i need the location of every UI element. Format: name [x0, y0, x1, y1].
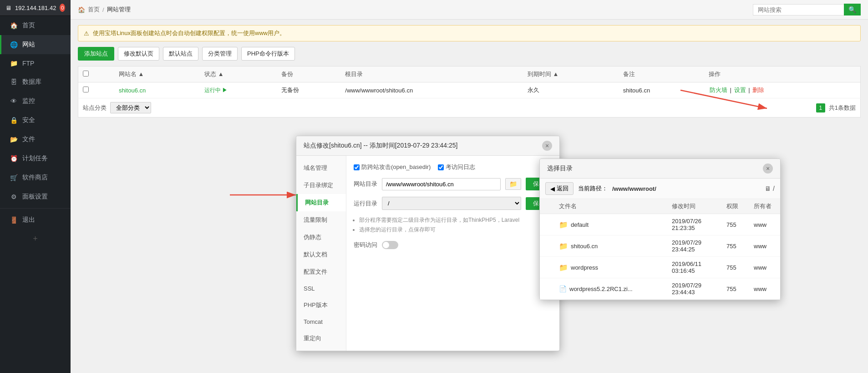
basedir-checkbox[interactable] [354, 164, 360, 170]
log-checkbox-label[interactable]: 考访问日志 [438, 163, 475, 171]
dir-row-name[interactable]: 📁default [553, 214, 666, 235]
dir-col-modified: 修改时间 [666, 199, 721, 214]
breadcrumb-home[interactable]: 首页 [88, 5, 100, 14]
action-firewall[interactable]: 防火墙 [710, 87, 727, 93]
row-expire: 永久 [528, 87, 539, 93]
row-checkbox[interactable] [83, 87, 89, 92]
checkboxes-row: 防跨站攻击(open_basedir) 考访问日志 [354, 163, 552, 171]
search-button[interactable]: 🔍 [844, 4, 861, 15]
sidebar-item-panel[interactable]: ⚙ 面板设置 [0, 187, 71, 206]
row-remark: shitou6.cn [623, 87, 650, 94]
category-mgmt-button[interactable]: 分类管理 [202, 47, 238, 61]
sidebar-item-security-label: 安全 [22, 116, 35, 124]
nav-php[interactable]: PHP版本 [296, 296, 346, 314]
dir-table-row[interactable]: 📁wordpress 2019/06/11 03:16:45 755 www [540, 257, 780, 278]
dir-row-modified: 2019/07/29 23:44:25 [666, 235, 721, 257]
breadcrumb: 🏠 首页 / 网站管理 [78, 5, 131, 14]
table-footer: 站点分类 全部分类 1 共1条数据 [78, 98, 861, 118]
sidebar-item-database[interactable]: 🗄 数据库 [0, 72, 71, 92]
add-site-button[interactable]: 添加站点 [78, 47, 114, 61]
website-icon: 🌐 [10, 41, 18, 48]
sidebar-item-logout[interactable]: 🚪 退出 [0, 210, 71, 230]
sidebar-item-softshop[interactable]: 🛒 软件商店 [0, 168, 71, 187]
nav-domain[interactable]: 域名管理 [296, 159, 346, 177]
default-site-button[interactable]: 默认站点 [163, 47, 198, 61]
row-rootdir: /www/wwwroot/shitou6.cn [345, 87, 413, 94]
dir-row-name[interactable]: 📁wordpress [553, 257, 666, 278]
sidebar-item-files[interactable]: 📂 文件 [0, 130, 71, 149]
modal-site-edit-body: 域名管理 子目录绑定 网站目录 流量限制 伪静态 默认文档 配置文件 SSL P… [296, 156, 559, 351]
password-toggle[interactable] [382, 241, 398, 249]
sidebar-item-website-label: 网站 [22, 41, 35, 49]
modify-defaults-button[interactable]: 修改默认页 [118, 47, 159, 61]
dir-col-filename: 文件名 [553, 199, 666, 214]
col-actions: 操作 [704, 66, 861, 82]
dir-row-name[interactable]: 📁shitou6.cn [553, 235, 666, 257]
category-select[interactable]: 全部分类 [110, 102, 151, 113]
row-sitename[interactable]: shitou6.cn [119, 87, 146, 94]
col-status[interactable]: 状态 ▲ [200, 66, 277, 82]
sidebar-item-cron[interactable]: ⏰ 计划任务 [0, 149, 71, 168]
sidebar-item-home-label: 首页 [22, 21, 35, 30]
dir-table-row[interactable]: 📄wordpress5.2.2RC1.zi... 2019/07/29 23:4… [540, 278, 780, 300]
modal-dir-title: 选择目录 [547, 164, 573, 173]
home-icon: 🏠 [10, 22, 18, 29]
col-sitename[interactable]: 网站名 ▲ [114, 66, 200, 82]
nav-static[interactable]: 伪静态 [296, 229, 346, 246]
sidebar-item-database-label: 数据库 [22, 78, 41, 86]
rundir-label: 运行目录 [354, 199, 377, 208]
log-checkbox[interactable] [438, 164, 444, 170]
sitedir-folder-button[interactable]: 📁 [505, 178, 521, 190]
sidebar-divider [0, 208, 71, 209]
dir-row-owner: www [748, 278, 780, 300]
sidebar-item-ftp[interactable]: 📁 FTP [0, 54, 71, 72]
nav-default-doc[interactable]: 默认文档 [296, 246, 346, 263]
dir-row-check [540, 235, 553, 257]
action-delete[interactable]: 删除 [752, 87, 764, 93]
sidebar-item-website[interactable]: 🌐 网站 [0, 35, 71, 54]
nav-ssl[interactable]: SSL [296, 281, 346, 296]
sidebar-add-button[interactable]: + [0, 230, 71, 248]
modal-dir-close[interactable]: × [763, 164, 773, 174]
action-settings[interactable]: 设置 [734, 87, 746, 93]
dir-table-row[interactable]: 📁default 2019/07/26 21:23:35 755 www [540, 214, 780, 235]
sidebar-item-home[interactable]: 🏠 首页 [0, 16, 71, 35]
modal-dir-header: 选择目录 × [540, 159, 780, 179]
back-icon: ◀ [550, 185, 555, 192]
dir-back-button[interactable]: ◀ 返回 [545, 182, 574, 195]
search-input[interactable] [753, 4, 844, 15]
dir-table-row[interactable]: 📁shitou6.cn 2019/07/29 23:44:25 755 www [540, 235, 780, 257]
monitor-menu-icon: 👁 [10, 97, 18, 105]
dir-row-owner: www [748, 214, 780, 235]
nav-redirect[interactable]: 重定向 [296, 330, 346, 347]
sidebar-item-ftp-label: FTP [22, 60, 34, 67]
warning-icon: ⚠ [84, 30, 89, 37]
nav-config[interactable]: 配置文件 [296, 263, 346, 281]
sitedir-input[interactable] [382, 178, 501, 190]
col-expire[interactable]: 到期时间 ▲ [523, 66, 619, 82]
select-all-checkbox[interactable] [83, 71, 89, 77]
basedir-checkbox-label[interactable]: 防跨站攻击(open_basedir) [354, 163, 431, 171]
sidebar-item-security[interactable]: 🔒 安全 [0, 111, 71, 130]
dir-col-perm: 权限 [721, 199, 748, 214]
modal-site-edit-close[interactable]: × [542, 141, 552, 151]
modal-dir: 选择目录 × ◀ 返回 当前路径： /www/wwwroot/ 🖥 / 文件名 … [539, 158, 781, 300]
softshop-icon: 🛒 [10, 174, 18, 181]
add-icon: + [33, 234, 38, 244]
dir-row-name-text: wordpress [571, 264, 598, 271]
basedir-label: 防跨站攻击(open_basedir) [361, 163, 431, 171]
dir-row-check [540, 214, 553, 235]
monitor-icon: 🖥 [5, 5, 11, 11]
rundir-select[interactable]: / [382, 197, 521, 210]
nav-tomcat[interactable]: Tomcat [296, 314, 346, 330]
dir-row-name[interactable]: 📄wordpress5.2.2RC1.zi... [553, 278, 666, 300]
sites-table: 网站名 ▲ 状态 ▲ 备份 根目录 到期时间 ▲ 备注 操作 shitou6.c… [78, 66, 861, 98]
sidebar-item-monitor[interactable]: 👁 监控 [0, 92, 71, 111]
dir-row-perm: 755 [721, 278, 748, 300]
php-command-button[interactable]: PHP命令行版本 [241, 47, 295, 61]
dir-table: 文件名 修改时间 权限 所有者 📁default 2019/07/26 21:2… [540, 199, 780, 300]
nav-sitedir[interactable]: 网站目录 [296, 194, 346, 211]
dir-breadcrumb-home[interactable]: 🖥 / [765, 185, 775, 192]
nav-subdir[interactable]: 子目录绑定 [296, 177, 346, 194]
nav-traffic[interactable]: 流量限制 [296, 211, 346, 229]
